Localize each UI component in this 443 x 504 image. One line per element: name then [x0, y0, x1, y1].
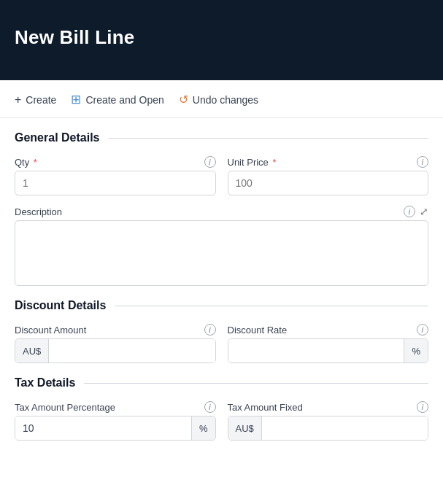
discount-rate-label: Discount Rate — [228, 325, 288, 336]
description-label-row: Description i ⤢ — [15, 206, 428, 217]
description-textarea[interactable] — [15, 220, 428, 286]
create-open-icon: ⊞ — [71, 92, 81, 107]
tax-fixed-input-wrapper: AU$ — [228, 416, 429, 441]
tax-section-title: Tax Details — [15, 376, 428, 389]
description-group: Description i ⤢ — [15, 206, 428, 286]
tax-percentage-label: Tax Amount Percentage — [15, 402, 115, 413]
description-info-icon[interactable]: i — [404, 206, 415, 217]
qty-group: Qty * i — [15, 156, 216, 195]
create-button[interactable]: + Create — [15, 92, 56, 108]
discount-rate-suffix: % — [404, 339, 428, 363]
create-label: Create — [26, 94, 56, 106]
discount-amount-input[interactable] — [49, 339, 215, 363]
unit-price-label: Unit Price * — [228, 157, 277, 168]
qty-info-icon[interactable]: i — [204, 156, 216, 168]
discount-rate-input-wrapper: % — [228, 338, 429, 363]
general-details-section: General Details Qty * i Unit Price * i — [15, 131, 428, 286]
tax-fixed-label-row: Tax Amount Fixed i — [228, 401, 429, 413]
tax-row: Tax Amount Percentage i % Tax Amount Fix… — [15, 401, 428, 441]
discount-amount-group: Discount Amount i AU$ — [15, 324, 216, 363]
tax-percentage-info-icon[interactable]: i — [204, 401, 216, 413]
discount-details-section: Discount Details Discount Amount i AU$ D… — [15, 299, 428, 363]
tax-details-section: Tax Details Tax Amount Percentage i % Ta… — [15, 376, 428, 441]
discount-amount-prefix: AU$ — [15, 339, 49, 363]
unit-price-label-row: Unit Price * i — [228, 156, 429, 168]
page-header: New Bill Line — [0, 0, 443, 80]
undo-icon: ↺ — [179, 93, 188, 106]
description-expand-icon[interactable]: ⤢ — [420, 206, 428, 217]
tax-fixed-group: Tax Amount Fixed i AU$ — [228, 401, 429, 441]
discount-rate-label-row: Discount Rate i — [228, 324, 429, 336]
unit-price-required-mark: * — [270, 157, 277, 168]
discount-amount-info-icon[interactable]: i — [204, 324, 216, 336]
discount-section-title: Discount Details — [15, 299, 428, 312]
unit-price-input[interactable] — [228, 171, 429, 195]
tax-percentage-label-row: Tax Amount Percentage i — [15, 401, 216, 413]
plus-icon: + — [15, 93, 21, 106]
tax-percentage-input-wrapper: % — [15, 416, 216, 441]
tax-fixed-label: Tax Amount Fixed — [228, 402, 303, 413]
general-section-title: General Details — [15, 131, 428, 144]
qty-label: Qty * — [15, 157, 37, 168]
description-label: Description — [15, 206, 62, 217]
description-label-icons: i ⤢ — [404, 206, 428, 217]
tax-percentage-suffix: % — [191, 416, 215, 440]
tax-fixed-info-icon[interactable]: i — [417, 401, 428, 413]
discount-amount-input-wrapper: AU$ — [15, 338, 216, 363]
discount-row: Discount Amount i AU$ Discount Rate i % — [15, 324, 428, 363]
create-and-open-button[interactable]: ⊞ Create and Open — [71, 90, 163, 109]
undo-label: Undo changes — [193, 94, 258, 106]
discount-rate-input[interactable] — [228, 339, 404, 363]
unit-price-group: Unit Price * i — [228, 156, 429, 195]
discount-rate-group: Discount Rate i % — [228, 324, 429, 363]
tax-fixed-input[interactable] — [262, 416, 428, 440]
qty-label-row: Qty * i — [15, 156, 216, 168]
discount-amount-label: Discount Amount — [15, 325, 86, 336]
discount-rate-info-icon[interactable]: i — [417, 324, 428, 336]
tax-percentage-group: Tax Amount Percentage i % — [15, 401, 216, 441]
toolbar: + Create ⊞ Create and Open ↺ Undo change… — [0, 80, 443, 118]
content-area: General Details Qty * i Unit Price * i — [0, 118, 443, 468]
unit-price-info-icon[interactable]: i — [417, 156, 428, 168]
tax-percentage-input[interactable] — [15, 416, 191, 440]
qty-input[interactable] — [15, 171, 216, 195]
qty-required-mark: * — [31, 157, 37, 168]
qty-unitprice-row: Qty * i Unit Price * i — [15, 156, 428, 195]
page-title: New Bill Line — [15, 26, 134, 49]
create-open-label: Create and Open — [85, 94, 163, 106]
undo-changes-button[interactable]: ↺ Undo changes — [179, 91, 258, 108]
tax-fixed-prefix: AU$ — [228, 416, 262, 440]
discount-amount-label-row: Discount Amount i — [15, 324, 216, 336]
